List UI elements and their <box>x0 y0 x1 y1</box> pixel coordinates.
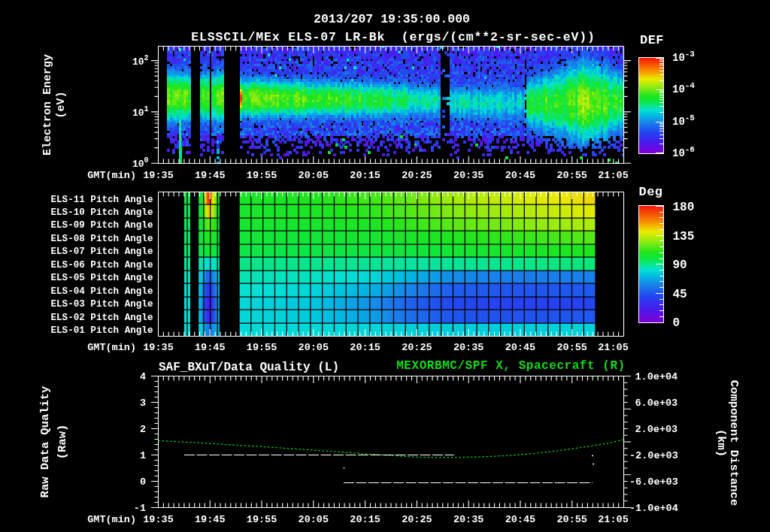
svg-text:21:05: 21:05 <box>598 342 629 353</box>
svg-text:Raw Data Quality: Raw Data Quality <box>38 386 52 498</box>
svg-text:101: 101 <box>132 105 149 119</box>
svg-text:19:35: 19:35 <box>143 342 174 353</box>
svg-text:19:45: 19:45 <box>195 514 226 525</box>
svg-text:20:25: 20:25 <box>402 514 432 525</box>
svg-text:ELS-04 Pitch Angle: ELS-04 Pitch Angle <box>50 286 153 297</box>
svg-text:102: 102 <box>132 54 149 68</box>
svg-text:Component Distance: Component Distance <box>727 380 741 506</box>
svg-text:ELS-11 Pitch Angle: ELS-11 Pitch Angle <box>50 195 153 205</box>
svg-text:19:55: 19:55 <box>247 170 277 181</box>
svg-text:ELS-03 Pitch Angle: ELS-03 Pitch Angle <box>50 299 153 310</box>
svg-text:21:05: 21:05 <box>598 170 629 181</box>
svg-text:Electron Energy: Electron Energy <box>41 54 54 156</box>
svg-text:0: 0 <box>140 476 146 488</box>
svg-text:20:35: 20:35 <box>453 514 484 525</box>
svg-text:ELS-10 Pitch Angle: ELS-10 Pitch Angle <box>50 207 153 218</box>
svg-text:10-6: 10-6 <box>672 145 695 159</box>
svg-text:1.0e+04: 1.0e+04 <box>635 371 678 382</box>
svg-text:20:15: 20:15 <box>350 342 380 353</box>
svg-text:20:15: 20:15 <box>350 514 380 525</box>
svg-text:100: 100 <box>132 156 149 170</box>
svg-text:20:55: 20:55 <box>556 514 587 525</box>
svg-text:-1: -1 <box>134 503 146 514</box>
svg-text:19:45: 19:45 <box>195 170 226 181</box>
svg-text:ELS-01 Pitch Angle: ELS-01 Pitch Angle <box>50 325 153 336</box>
svg-text:180: 180 <box>673 201 695 214</box>
svg-text:DEF: DEF <box>640 33 664 47</box>
svg-text:19:35: 19:35 <box>143 170 174 181</box>
svg-text:SAF_BXuT/Data Quality (L): SAF_BXuT/Data Quality (L) <box>159 361 339 374</box>
svg-text:19:55: 19:55 <box>247 514 277 525</box>
svg-text:-1.0e+04: -1.0e+04 <box>629 503 678 514</box>
svg-text:2.0e+03: 2.0e+03 <box>635 424 678 435</box>
svg-text:135: 135 <box>673 230 695 243</box>
svg-text:10-4: 10-4 <box>672 81 695 95</box>
svg-text:20:45: 20:45 <box>505 514 536 525</box>
svg-text:2: 2 <box>140 424 146 435</box>
svg-text:1: 1 <box>140 450 146 461</box>
svg-text:GMT(min): GMT(min) <box>87 342 136 353</box>
svg-text:4: 4 <box>140 371 146 382</box>
svg-text:19:55: 19:55 <box>247 342 277 353</box>
svg-text:19:35: 19:35 <box>143 514 174 525</box>
svg-text:20:25: 20:25 <box>402 170 432 181</box>
svg-text:ELS-08 Pitch Angle: ELS-08 Pitch Angle <box>50 234 153 244</box>
svg-text:20:35: 20:35 <box>453 342 484 353</box>
svg-text:20:55: 20:55 <box>556 170 587 181</box>
svg-text:20:55: 20:55 <box>556 342 587 353</box>
svg-text:10-3: 10-3 <box>672 50 695 64</box>
svg-text:(eV): (eV) <box>55 91 68 118</box>
svg-text:20:15: 20:15 <box>350 170 380 181</box>
svg-text:90: 90 <box>673 258 687 272</box>
svg-text:(Raw): (Raw) <box>56 425 69 460</box>
svg-text:3: 3 <box>140 397 146 409</box>
svg-text:MEXORBMC/SPF X, Spacecraft (R): MEXORBMC/SPF X, Spacecraft (R) <box>396 359 626 373</box>
svg-text:0: 0 <box>673 316 681 330</box>
svg-text:ELSSCIL/MEx ELS-07 LR-Bk (erg: ELSSCIL/MEx ELS-07 LR-Bk (ergs/(cm**2-sr… <box>191 30 596 44</box>
svg-text:GMT(min): GMT(min) <box>87 170 136 181</box>
svg-text:19:45: 19:45 <box>195 342 226 353</box>
svg-text:20:25: 20:25 <box>402 342 432 353</box>
svg-text:Deg: Deg <box>638 185 662 199</box>
svg-text:ELS-07 Pitch Angle: ELS-07 Pitch Angle <box>50 246 153 257</box>
svg-text:-2.0e+03: -2.0e+03 <box>629 450 678 461</box>
svg-text:6.0e+03: 6.0e+03 <box>635 397 678 409</box>
svg-text:20:05: 20:05 <box>299 170 329 181</box>
svg-text:20:45: 20:45 <box>505 170 536 181</box>
svg-text:20:05: 20:05 <box>299 342 329 353</box>
svg-text:(km): (km) <box>714 429 728 457</box>
svg-text:21:05: 21:05 <box>598 514 629 525</box>
svg-text:45: 45 <box>673 288 687 301</box>
svg-text:10-5: 10-5 <box>672 113 695 128</box>
svg-text:GMT(min): GMT(min) <box>87 514 136 525</box>
svg-text:ELS-09 Pitch Angle: ELS-09 Pitch Angle <box>50 220 153 231</box>
svg-text:2013/207 19:35:00.000: 2013/207 19:35:00.000 <box>314 12 470 26</box>
svg-text:ELS-06 Pitch Angle: ELS-06 Pitch Angle <box>50 260 153 271</box>
svg-text:20:45: 20:45 <box>505 342 536 353</box>
svg-text:20:05: 20:05 <box>299 514 329 525</box>
svg-text:ELS-02 Pitch Angle: ELS-02 Pitch Angle <box>50 313 153 323</box>
svg-text:ELS-05 Pitch Angle: ELS-05 Pitch Angle <box>50 273 153 283</box>
svg-text:20:35: 20:35 <box>453 170 484 181</box>
svg-text:-6.0e+03: -6.0e+03 <box>629 476 678 488</box>
